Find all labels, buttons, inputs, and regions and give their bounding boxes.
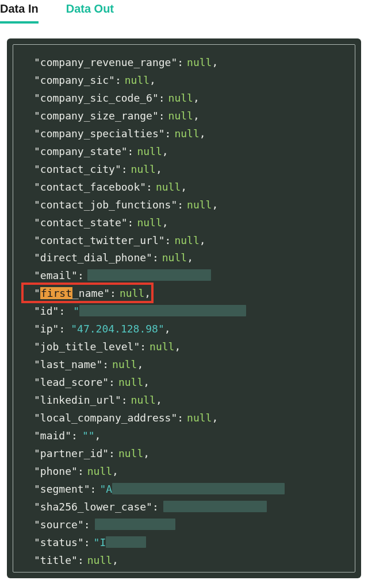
json-line-id: "id":" <box>34 303 344 320</box>
json-line-contact_job_functions: "contact_job_functions":null, <box>34 196 344 214</box>
json-line-company_state: "company_state":null, <box>34 143 344 161</box>
json-line-last_name: "last_name":null, <box>34 356 344 374</box>
json-line-email: "email": <box>34 267 344 285</box>
json-line-partner_id: "partner_id":null, <box>34 445 344 463</box>
json-line-maid: "maid":"", <box>34 427 344 445</box>
json-line-contact_city: "contact_city":null, <box>34 161 344 179</box>
json-line-first_name: "first_name":null, <box>34 285 344 303</box>
json-line-phone: "phone":null, <box>34 463 344 481</box>
json-line-title: "title":null, <box>34 552 344 570</box>
json-line-lead_score: "lead_score":null, <box>34 374 344 392</box>
json-line-source: "source": <box>34 516 344 534</box>
tabs: Data In Data Out <box>0 0 368 25</box>
json-line-status: "status":"I <box>34 534 344 552</box>
json-line-sha256_lower_case: "sha256_lower_case": <box>34 498 344 516</box>
json-panel: "company_revenue_range":null,"company_si… <box>7 38 361 578</box>
json-line-direct_dial_phone: "direct_dial_phone":null, <box>34 249 344 267</box>
json-line-segment: "segment":"A <box>34 481 344 498</box>
json-line-contact_twitter_url: "contact_twitter_url":null, <box>34 232 344 250</box>
json-line-company_revenue_range: "company_revenue_range":null, <box>34 54 344 72</box>
json-line-company_size_range: "company_size_range":null, <box>34 107 344 125</box>
json-line-local_company_address: "local_company_address":null, <box>34 409 344 427</box>
json-line-company_sic_code_6: "company_sic_code_6":null, <box>34 90 344 107</box>
json-line-job_title_level: "job_title_level":null, <box>34 338 344 356</box>
json-line-company_sic: "company_sic":null, <box>34 72 344 90</box>
tab-data-out[interactable]: Data Out <box>66 2 114 24</box>
json-line-ip: "ip":"47.204.128.98", <box>34 320 344 338</box>
json-line-linkedin_url: "linkedin_url":null, <box>34 392 344 409</box>
json-panel-inner[interactable]: "company_revenue_range":null,"company_si… <box>13 44 355 572</box>
json-line-company_specialties: "company_specialties":null, <box>34 125 344 143</box>
tab-data-in[interactable]: Data In <box>0 2 39 24</box>
json-line-contact_state: "contact_state":null, <box>34 214 344 232</box>
json-line-contact_facebook: "contact_facebook":null, <box>34 179 344 196</box>
